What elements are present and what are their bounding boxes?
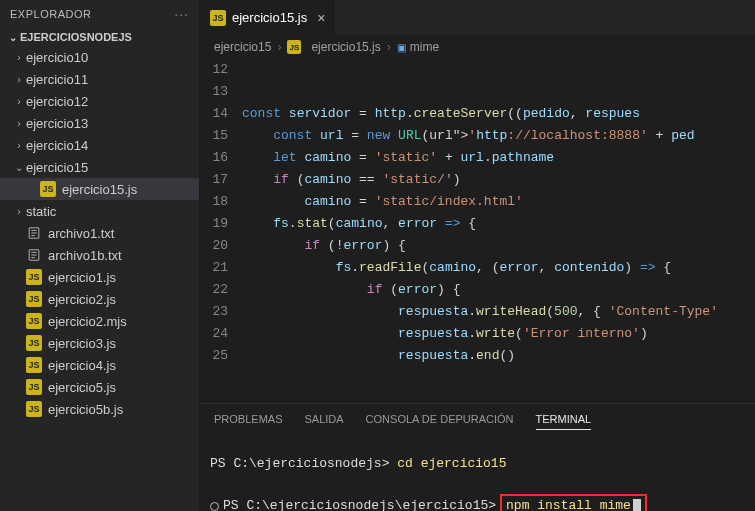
circle-icon [210,502,219,511]
terminal-command: cd ejercicio15 [397,456,506,471]
tree-file[interactable]: ›archivo1b.txt [0,244,199,266]
more-icon[interactable]: ··· [174,6,189,22]
gutter: 1213141516171819202122232425 [200,59,242,403]
tree-item-label: ejercicio13 [26,116,88,131]
breadcrumb-seg-symbol[interactable]: ▣ mime [397,40,439,54]
symbol-icon: ▣ [397,42,406,53]
breadcrumb-file-label: ejercicio15.js [311,40,380,54]
tree-item-label: ejercicio5.js [48,380,116,395]
js-icon: JS [26,401,42,417]
terminal-command: npm install mime [506,496,631,511]
tree-item-label: archivo1b.txt [48,248,122,263]
tab-filename: ejercicio15.js [232,10,307,25]
breadcrumb[interactable]: ejercicio15 › JS ejercicio15.js › ▣ mime [200,35,755,59]
chevron-right-icon: › [387,40,391,54]
tree-item-label: ejercicio5b.js [48,402,123,417]
js-icon: JS [40,181,56,197]
panel-tabs: PROBLEMAS SALIDA CONSOLA DE DEPURACIÓN T… [200,404,755,434]
tab-active[interactable]: JS ejercicio15.js × [200,0,336,35]
terminal-prompt: PS [210,456,233,471]
tree-file[interactable]: ›JSejercicio5.js [0,376,199,398]
chevron-right-icon: › [12,96,26,107]
tree-item-label: ejercicio2.mjs [48,314,127,329]
tree-folder[interactable]: ›ejercicio11 [0,68,199,90]
breadcrumb-seg-file[interactable]: JS ejercicio15.js [287,40,380,54]
tree-item-label: ejercicio14 [26,138,88,153]
text-file-icon [26,225,42,241]
tree-file[interactable]: ›JSejercicio1.js [0,266,199,288]
tree-item-label: ejercicio12 [26,94,88,109]
project-name: EJERCICIOSNODEJS [20,31,132,43]
tree-folder[interactable]: ⌄ejercicio15 [0,156,199,178]
js-icon: JS [26,269,42,285]
breadcrumb-symbol-label: mime [410,40,439,54]
panel-tab-consola[interactable]: CONSOLA DE DEPURACIÓN [366,409,514,429]
chevron-right-icon: › [277,40,281,54]
tree-item-label: ejercicio2.js [48,292,116,307]
terminal-line: PS C:\ejerciciosnodejs\ejercicio15>npm i… [210,494,647,511]
tree-file[interactable]: ›JSejercicio5b.js [0,398,199,420]
highlight-box: npm install mime [500,494,647,511]
editor-area: JS ejercicio15.js × ejercicio15 › JS eje… [200,0,755,511]
chevron-right-icon: › [12,118,26,129]
chevron-right-icon: › [12,52,26,63]
tree-file[interactable]: ›JSejercicio4.js [0,354,199,376]
tree-file[interactable]: ›JSejercicio15.js [0,178,199,200]
tree-folder[interactable]: ›ejercicio14 [0,134,199,156]
chevron-right-icon: › [12,140,26,151]
terminal-path: C:\ejerciciosnodejs\ejercicio15 [246,496,488,511]
code-editor[interactable]: 1213141516171819202122232425 const servi… [200,59,755,403]
js-icon: JS [26,313,42,329]
terminal-body[interactable]: PS C:\ejerciciosnodejs> cd ejercicio15 P… [200,434,755,511]
terminal-line: PS C:\ejerciciosnodejs> cd ejercicio15 [210,454,745,474]
js-icon: JS [26,335,42,351]
tree-item-label: ejercicio3.js [48,336,116,351]
tree-item-label: ejercicio1.js [48,270,116,285]
text-file-icon [26,247,42,263]
tree-item-label: ejercicio11 [26,72,88,87]
terminal-prompt: PS [223,496,246,511]
tree-folder[interactable]: ›ejercicio13 [0,112,199,134]
code-content[interactable]: const servidor = http.createServer((pedi… [242,59,755,403]
panel-tab-salida[interactable]: SALIDA [304,409,343,429]
tree-file[interactable]: ›JSejercicio3.js [0,332,199,354]
tree-item-label: ejercicio4.js [48,358,116,373]
tree-item-label: static [26,204,56,219]
js-icon: JS [26,357,42,373]
panel-tab-problemas[interactable]: PROBLEMAS [214,409,282,429]
chevron-right-icon: › [12,206,26,217]
chevron-down-icon: ⌄ [6,32,20,43]
tree-folder[interactable]: ›ejercicio10 [0,46,199,68]
chevron-right-icon: › [12,74,26,85]
chevron-down-icon: ⌄ [12,162,26,173]
tree-file[interactable]: ›archivo1.txt [0,222,199,244]
breadcrumb-seg-folder[interactable]: ejercicio15 [214,40,271,54]
close-icon[interactable]: × [317,10,325,26]
tree-folder[interactable]: ›ejercicio12 [0,90,199,112]
bottom-panel: PROBLEMAS SALIDA CONSOLA DE DEPURACIÓN T… [200,403,755,511]
tree-folder[interactable]: ›static [0,200,199,222]
js-icon: JS [210,10,226,26]
explorer-title: EXPLORADOR [10,8,91,20]
tab-row: JS ejercicio15.js × [200,0,755,35]
cursor-icon [633,499,641,512]
tree-file[interactable]: ›JSejercicio2.mjs [0,310,199,332]
sidebar: EXPLORADOR ··· ⌄ EJERCICIOSNODEJS ›ejerc… [0,0,200,511]
explorer-header: EXPLORADOR ··· [0,0,199,28]
panel-tab-terminal[interactable]: TERMINAL [536,409,592,430]
tree-file[interactable]: ›JSejercicio2.js [0,288,199,310]
project-header[interactable]: ⌄ EJERCICIOSNODEJS [0,28,199,46]
tree-item-label: ejercicio15.js [62,182,137,197]
js-icon: JS [26,379,42,395]
js-icon: JS [287,40,301,54]
tree-item-label: archivo1.txt [48,226,114,241]
js-icon: JS [26,291,42,307]
tree-item-label: ejercicio15 [26,160,88,175]
terminal-path: C:\ejerciciosnodejs [233,456,381,471]
tree-item-label: ejercicio10 [26,50,88,65]
file-tree: ›ejercicio10›ejercicio11›ejercicio12›eje… [0,46,199,511]
